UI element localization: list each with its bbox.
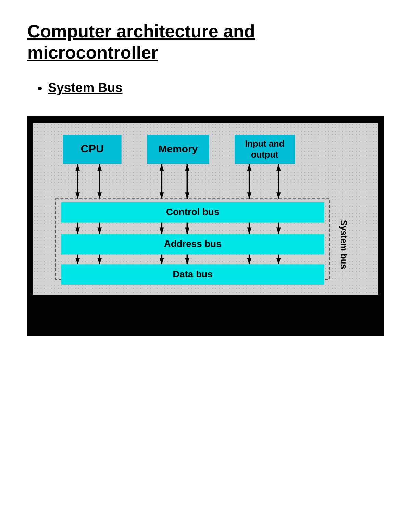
control-bus-label: Control bus	[166, 207, 220, 217]
svg-marker-26	[97, 227, 102, 234]
bullet-list: System Bus	[27, 81, 384, 95]
architecture-diagram: CPU Memory Input and output	[41, 131, 370, 285]
data-bus-label: Data bus	[173, 269, 213, 279]
svg-marker-28	[160, 227, 164, 234]
svg-marker-43	[185, 258, 189, 264]
svg-marker-16	[247, 164, 252, 171]
svg-marker-14	[185, 192, 189, 199]
diagram-container: CPU Memory Input and output	[27, 116, 384, 336]
svg-marker-32	[247, 227, 252, 234]
svg-marker-41	[160, 258, 164, 264]
svg-marker-47	[276, 258, 281, 264]
cpu-label: CPU	[81, 143, 104, 155]
svg-marker-8	[97, 192, 102, 199]
address-bus-label: Address bus	[164, 238, 222, 249]
system-bus-bullet: System Bus	[48, 81, 384, 95]
svg-marker-5	[75, 192, 80, 199]
svg-marker-39	[97, 258, 102, 264]
svg-marker-4	[75, 164, 80, 171]
svg-marker-17	[247, 192, 252, 199]
svg-marker-34	[276, 227, 281, 234]
page-title: Computer architecture and microcontrolle…	[27, 21, 384, 63]
system-bus-label: System bus	[339, 220, 349, 269]
svg-marker-30	[185, 227, 189, 234]
diagram-inner: CPU Memory Input and output	[33, 123, 378, 295]
diagram-bottom-black	[27, 295, 384, 336]
svg-marker-20	[276, 192, 281, 199]
io-label-line1: Input and	[245, 139, 284, 148]
svg-marker-10	[160, 164, 164, 171]
svg-marker-37	[75, 258, 80, 264]
io-label-line2: output	[251, 150, 278, 159]
svg-marker-24	[75, 227, 80, 234]
svg-marker-13	[185, 164, 189, 171]
svg-marker-45	[247, 258, 252, 264]
svg-marker-11	[160, 192, 164, 199]
memory-label: Memory	[159, 143, 198, 154]
svg-marker-7	[97, 164, 102, 171]
svg-marker-19	[276, 164, 281, 171]
